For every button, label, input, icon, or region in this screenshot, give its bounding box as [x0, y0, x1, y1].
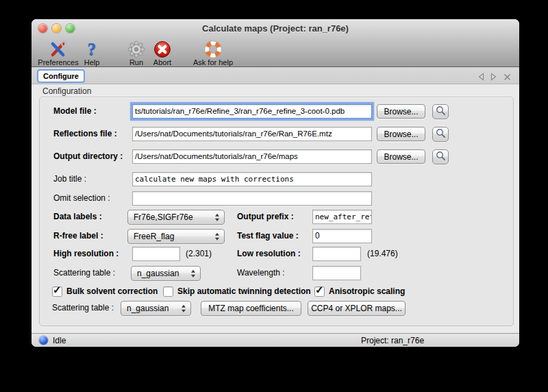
output-prefix-label: Output prefix :	[237, 210, 294, 224]
run-button[interactable]: Run	[127, 39, 146, 66]
toolbar-item-label: Run	[129, 58, 143, 66]
job-title-input[interactable]: calculate new maps with corrections	[132, 172, 372, 186]
scattering-table-2-select[interactable]: n_gaussian	[121, 301, 191, 316]
checkbox-label: Bulk solvent correction	[66, 286, 158, 296]
window-controls	[38, 24, 75, 33]
checkbox-label: Anisotropic scaling	[329, 286, 405, 296]
abort-button[interactable]: Abort	[150, 39, 175, 66]
r-free-label-value: FreeR_flag	[134, 232, 174, 241]
help-button[interactable]: ? Help	[82, 39, 101, 66]
wavelength-input[interactable]	[312, 266, 361, 280]
test-flag-value-label: Test flag value :	[237, 229, 299, 243]
output-directory-search-button[interactable]	[432, 149, 449, 164]
minimize-window-button[interactable]	[52, 24, 61, 33]
model-file-search-button[interactable]	[432, 104, 449, 119]
anisotropic-scaling-checkbox[interactable]: ✓ Anisotropic scaling	[314, 286, 405, 297]
high-resolution-input[interactable]	[132, 247, 180, 261]
app-window: Calculate maps (Project: ran_r76e) Prefe…	[32, 19, 519, 347]
model-file-input[interactable]: ts/tutorials/ran_r76e/Refine_3/ran_r76e_…	[132, 104, 372, 119]
high-resolution-hint: (2.301)	[186, 247, 212, 261]
chevron-updown-icon	[215, 214, 219, 221]
wavelength-label: Wavelength :	[237, 266, 285, 280]
tab-prev-icon[interactable]	[477, 71, 484, 84]
data-labels-select[interactable]: Fr76e,SIGFr76e	[127, 210, 225, 225]
checkbox-box: ✓	[52, 286, 62, 297]
chevron-updown-icon	[191, 270, 195, 278]
ask-for-help-button[interactable]: Ask for help	[194, 39, 232, 66]
mtz-map-coefficients-button[interactable]: MTZ map coefficients...	[201, 301, 301, 316]
scattering-table-2-value: n_gaussian	[127, 304, 169, 313]
omit-selection-label: Omit selection :	[53, 191, 110, 206]
checkbox-box: ✓	[163, 286, 173, 297]
data-labels-label: Data labels :	[53, 210, 102, 224]
r-free-label-label: R-free label :	[53, 229, 103, 243]
window-title: Calculate maps (Project: ran_r76e)	[32, 19, 519, 38]
question-icon: ?	[88, 40, 97, 58]
data-labels-value: Fr76e,SIGFr76e	[134, 212, 193, 222]
output-prefix-input[interactable]: new_after_refi	[312, 210, 372, 224]
job-title-label: Job title :	[53, 172, 86, 186]
zoom-window-button[interactable]	[66, 24, 75, 33]
omit-selection-input[interactable]	[132, 191, 372, 206]
configuration-groupbox: Model file : ts/tutorials/ran_r76e/Refin…	[39, 97, 514, 326]
high-resolution-label: High resolution :	[53, 247, 119, 261]
tab-next-icon[interactable]	[490, 71, 497, 84]
output-directory-browse-button[interactable]: Browse...	[377, 149, 425, 164]
tools-icon	[48, 40, 68, 58]
tab-close-icon[interactable]	[503, 71, 511, 84]
tab-configure[interactable]: Configure	[37, 69, 85, 83]
project-label: Project: ran_r76e	[361, 336, 424, 345]
status-bar: Idle Project: ran_r76e	[32, 333, 519, 347]
reflections-file-browse-button[interactable]: Browse...	[377, 127, 425, 141]
bulk-solvent-correction-checkbox[interactable]: ✓ Bulk solvent correction	[52, 286, 158, 297]
toolbar-item-label: Ask for help	[193, 58, 233, 66]
configure-panel: Configuration Model file : ts/tutorials/…	[32, 84, 519, 334]
checkbox-label: Skip automatic twinning detection	[177, 286, 311, 296]
scattering-table-label: Scattering table :	[53, 266, 115, 280]
close-window-button[interactable]	[38, 24, 47, 33]
gear-icon	[127, 40, 145, 58]
checkbox-box: ✓	[314, 286, 325, 297]
toolbar-item-label: Abort	[153, 58, 171, 66]
model-file-label: Model file :	[53, 104, 97, 119]
chevron-updown-icon	[182, 305, 186, 313]
output-directory-input[interactable]: /Users/nat/Documents/tutorials/ran_r76e/…	[132, 149, 372, 164]
r-free-label-select[interactable]: FreeR_flag	[127, 229, 225, 244]
output-directory-label: Output directory :	[53, 149, 123, 164]
reflections-file-input[interactable]: /Users/nat/Documents/tutorials/ran_r76e/…	[132, 127, 372, 141]
low-resolution-label: Low resolution :	[237, 247, 301, 261]
check-icon: ✓	[315, 284, 324, 296]
preferences-button[interactable]: Preferences	[37, 39, 79, 66]
low-resolution-hint: (19.476)	[367, 247, 398, 261]
reflections-file-label: Reflections file :	[53, 127, 117, 141]
tab-bar: Configure	[32, 67, 519, 84]
chevron-updown-icon	[215, 233, 219, 241]
status-text: Idle	[53, 336, 66, 345]
toolbar-item-label: Preferences	[38, 58, 78, 66]
lifebuoy-icon	[204, 40, 222, 58]
reflections-file-search-button[interactable]	[432, 127, 449, 142]
title-bar: Calculate maps (Project: ran_r76e)	[32, 19, 519, 38]
toolbar-item-label: Help	[84, 58, 100, 66]
skip-twinning-detection-checkbox[interactable]: ✓ Skip automatic twinning detection	[163, 286, 311, 297]
magnifier-icon	[436, 106, 446, 119]
abort-icon	[153, 40, 171, 58]
status-indicator-icon	[39, 336, 48, 345]
scattering-table-2-label: Scattering table :	[52, 301, 114, 315]
model-file-browse-button[interactable]: Browse...	[377, 104, 425, 119]
scattering-table-value: n_gaussian	[137, 269, 179, 278]
toolbar: Preferences ? Help Run	[32, 38, 519, 67]
low-resolution-input[interactable]	[312, 247, 361, 261]
scattering-table-select[interactable]: n_gaussian	[131, 266, 201, 281]
magnifier-icon	[436, 128, 446, 141]
section-label: Configuration	[42, 86, 91, 96]
test-flag-value-input[interactable]: 0	[312, 229, 372, 243]
check-icon: ✓	[53, 284, 62, 296]
ccp4-xplor-maps-button[interactable]: CCP4 or XPLOR maps...	[308, 301, 406, 316]
magnifier-icon	[436, 151, 446, 164]
